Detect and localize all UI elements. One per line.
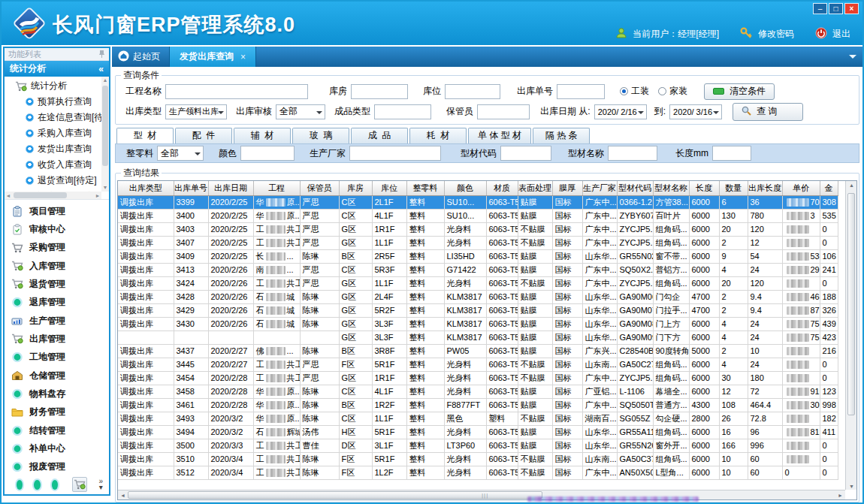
pin-icon[interactable] <box>98 50 105 59</box>
radio-home-wear[interactable]: 家装 <box>658 85 687 98</box>
column-header[interactable]: 膜厚 <box>552 181 582 195</box>
keeper-input[interactable] <box>477 104 530 119</box>
column-header[interactable]: 长度 <box>689 181 719 195</box>
profile-code-input[interactable] <box>500 146 551 161</box>
sidebar-menu-item[interactable]: 工地管理 <box>5 349 109 367</box>
grid-vertical-scrollbar[interactable]: ▲▼ <box>845 181 856 490</box>
minimize-button[interactable]: – <box>813 3 827 14</box>
column-header[interactable]: 材质 <box>486 181 518 195</box>
sidebar-menu-item[interactable]: 报废管理 <box>5 458 109 476</box>
radio-work-wear[interactable]: 工装 <box>620 85 649 98</box>
table-row[interactable]: 调拨出库34302020/2/26石城陈琳G区3L3F整料KLM38176063… <box>118 317 838 330</box>
column-header[interactable]: 出库日期 <box>208 181 253 195</box>
column-header[interactable]: 生产厂家 <box>582 181 617 195</box>
sidebar-menu-item[interactable]: 出库管理 <box>5 330 109 348</box>
column-header[interactable]: 金 <box>820 181 838 195</box>
change-password-link[interactable]: 修改密码 <box>758 28 794 41</box>
column-header[interactable]: 出库单号 <box>174 181 208 195</box>
warehouse-input[interactable] <box>351 84 408 99</box>
table-row[interactable]: 调拨出库34092020/2/25长...陈琳B区2R5F整料LI35HD606… <box>118 249 838 263</box>
tab-close-icon[interactable]: × <box>240 52 246 62</box>
table-row[interactable]: 调拨出库34612020/2/28华原...陈琳B区1R2F整料F8877FT6… <box>118 398 838 412</box>
length-input[interactable] <box>712 146 751 161</box>
table-row[interactable]: 调拨出库34292020/2/26石城陈琳G区5R2F整料KLM38176063… <box>118 303 838 317</box>
column-header[interactable]: 颜色 <box>444 181 486 195</box>
module-dot-icon[interactable] <box>17 480 23 490</box>
date-from-picker[interactable]: 2020/ 2/16 <box>594 104 647 119</box>
product-type-input[interactable] <box>374 104 431 119</box>
color-input[interactable] <box>240 146 295 161</box>
table-row[interactable]: 调拨出库34032020/2/25工共工程严思G区1R1F整料光身料6063-T… <box>118 222 838 236</box>
sidebar-menu-item[interactable]: 入库管理 <box>5 257 109 275</box>
material-tab[interactable]: 耗 材 <box>409 128 467 143</box>
tab-list-dropdown-icon[interactable] <box>849 55 856 62</box>
sidebar-menu-item[interactable]: 物料盘存 <box>5 385 109 403</box>
table-row[interactable]: 调拨出库34132020/2/26南...严思C区5R3F整料G71422606… <box>118 263 838 276</box>
sidebar-menu-item[interactable]: 审核中心 <box>5 220 109 238</box>
sidebar-menu-item[interactable]: 采购管理 <box>5 239 109 257</box>
factory-input[interactable] <box>349 146 441 161</box>
search-button[interactable]: 查 询 <box>733 103 803 121</box>
sidebar-menu-item[interactable]: 退货管理 <box>5 275 109 293</box>
order-no-input[interactable] <box>557 84 605 99</box>
audit-select[interactable]: 全部 <box>276 104 325 119</box>
column-header[interactable]: 保管员 <box>300 181 339 195</box>
maximize-button[interactable]: □ <box>829 3 843 14</box>
sidebar-menu-item[interactable]: 补单中心 <box>5 439 109 457</box>
tab-home[interactable]: 起始页 <box>112 47 169 67</box>
material-tab[interactable]: 玻 璃 <box>292 128 349 143</box>
tree-horizontal-scrollbar[interactable]: ◄► <box>5 192 101 199</box>
table-row[interactable]: 调拨出库34932020/3/2华原...陈琳C区1L1F整料黑色塑料不贴膜国标… <box>118 412 838 425</box>
more-modules-button[interactable]: »▾ <box>98 478 103 490</box>
date-to-picker[interactable]: 2020/ 3/16 <box>669 104 722 119</box>
column-header[interactable]: 库位 <box>372 181 406 195</box>
tree-item[interactable]: 在途信息查询[待 <box>5 110 101 125</box>
column-header[interactable]: 库房 <box>339 181 372 195</box>
tree-item[interactable]: 预算执行查询 <box>5 94 101 110</box>
sidebar-menu-item[interactable]: 结转管理 <box>5 421 109 439</box>
sidebar-menu-item[interactable]: 项目管理 <box>5 202 109 220</box>
profile-name-input[interactable] <box>608 146 657 161</box>
material-tab[interactable]: 隔 热 条 <box>533 128 590 143</box>
column-header[interactable]: 出库长度 <box>748 181 782 195</box>
clear-conditions-button[interactable]: 清空条件 <box>704 83 775 100</box>
sidebar-menu-item[interactable]: 生产管理 <box>5 312 109 330</box>
material-tab[interactable]: 单 体 型 材 <box>468 128 531 143</box>
tree-item[interactable]: 退货查询[待定] <box>5 173 101 189</box>
table-row[interactable]: 调拨出库35102020/3/4工共工程陈琳F区5R1F整料光身料6063-T5… <box>118 452 838 466</box>
sidebar-menu-item[interactable]: 仓储管理 <box>5 367 109 385</box>
tree-item[interactable]: 发货出库查询 <box>5 141 101 157</box>
logout-link[interactable]: 退出 <box>832 28 850 41</box>
table-row[interactable]: 调拨出库34942020/3/2石辉城汤伟H区5R1F整料光身料6063-T5贴… <box>118 425 838 439</box>
table-row[interactable]: 调拨出库34542020/2/28工共工程严思G区1R1F整料光身料6063-T… <box>118 371 838 385</box>
module-cart-button[interactable] <box>72 477 87 492</box>
project-name-input[interactable] <box>165 84 308 99</box>
table-row[interactable]: 调拨出库34072020/2/25工共工程严思G区1L1F整料光身料6063-T… <box>118 236 838 249</box>
close-button[interactable]: × <box>844 3 859 14</box>
tab-shipping-outbound-query[interactable]: 发货出库查询 × <box>169 47 256 67</box>
out-type-select[interactable]: 生产领料出库 <box>165 104 227 119</box>
column-header[interactable]: 出库类型 <box>118 181 174 195</box>
material-tab[interactable]: 辅 材 <box>234 128 291 143</box>
sidebar-menu-item[interactable]: 退库管理 <box>5 294 109 312</box>
table-row[interactable]: 调拨出库34002020/2/25华原...严思C区4L1F整料SU10...6… <box>118 209 838 222</box>
material-tab[interactable]: 型 材 <box>116 128 174 143</box>
tree-root[interactable]: 统计分析 <box>5 77 101 94</box>
whole-part-select[interactable]: 全部 <box>157 146 204 161</box>
tree-item[interactable]: 收货入库查询 <box>5 157 101 173</box>
module-dot-icon[interactable] <box>34 480 40 490</box>
table-row[interactable]: 调拨出库34242020/2/26工共工程严思G区1L1F整料光身料6063-T… <box>118 276 838 290</box>
column-header[interactable]: 工程 <box>253 181 300 195</box>
column-header[interactable]: 整零料 <box>406 181 444 195</box>
column-header[interactable]: 型材名称 <box>653 181 689 195</box>
sidebar-section-header[interactable]: 统计分析 « <box>5 61 109 77</box>
table-row[interactable]: 调拨出库34372020/2/27佛...陈琳B区3R8F整料PW056063-… <box>118 344 838 358</box>
column-header[interactable]: 数量 <box>719 181 748 195</box>
table-row[interactable]: 调拨出库33992020/2/25华原...严思C区2L1F整料SU10...6… <box>118 195 838 209</box>
table-row[interactable]: G区3L3F整料KLM38176063-T5贴膜国标山东华...GA90M09.… <box>118 330 838 344</box>
location-input[interactable] <box>445 84 500 99</box>
table-row[interactable]: 调拨出库35002020/3/3工共工程曹佳D区3L1F整料LT3P606063… <box>118 439 838 452</box>
sidebar-menu-item[interactable]: 财务管理 <box>5 403 109 421</box>
table-row[interactable]: 调拨出库34452020/2/27工共工程严思F区5R1F整料光身料6063-T… <box>118 358 838 371</box>
table-row[interactable]: 调拨出库35122020/3/4工共工程陈琳F区1L2F整料光身料6063-T5… <box>118 466 838 479</box>
